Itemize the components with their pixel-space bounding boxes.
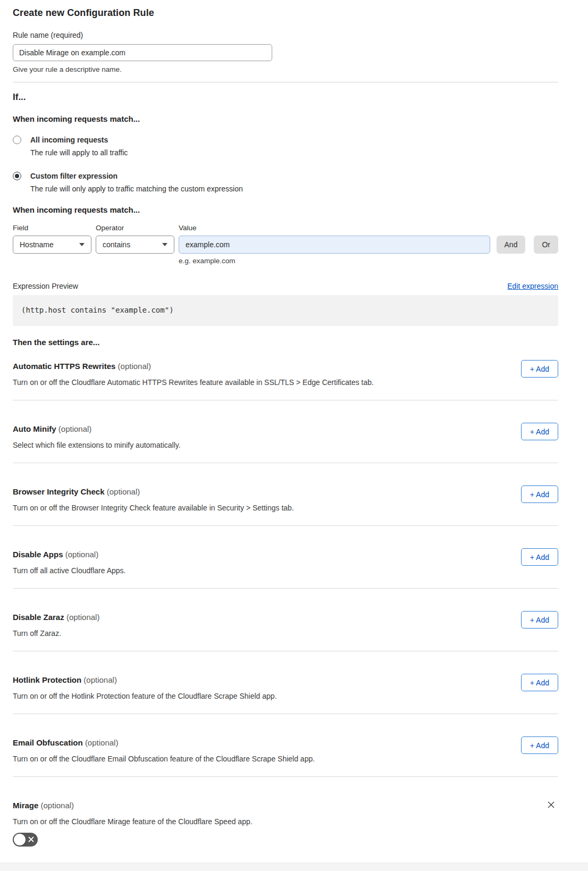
page-title: Create new Configuration Rule xyxy=(13,7,558,19)
add-button[interactable]: + Add xyxy=(521,360,558,378)
setting-description: Turn on or off the Browser Integrity Che… xyxy=(13,504,294,513)
setting-auto-minify: Auto Minify (optional) Select which file… xyxy=(13,400,558,463)
setting-title: Auto Minify xyxy=(13,424,56,433)
value-input[interactable] xyxy=(179,236,490,254)
setting-description: Turn on or off the Cloudflare Mirage fea… xyxy=(13,817,558,826)
setting-title: Email Obfuscation xyxy=(13,738,83,747)
setting-optional-tag: (optional) xyxy=(118,362,152,371)
toggle-knob xyxy=(14,834,26,845)
or-button[interactable]: Or xyxy=(534,236,558,254)
expression-preview-label: Expression Preview xyxy=(13,282,78,290)
builder-heading: When incoming requests match... xyxy=(13,205,558,214)
setting-optional-tag: (optional) xyxy=(66,613,100,622)
value-label: Value xyxy=(179,224,558,232)
setting-optional-tag: (optional) xyxy=(83,675,117,684)
expression-preview-code: (http.host contains "example.com") xyxy=(13,295,558,326)
setting-description: Turn on or off the Cloudflare Email Obfu… xyxy=(13,755,315,764)
setting-title: Mirage xyxy=(13,801,38,810)
setting-hotlink-protection: Hotlink Protection (optional) Turn on or… xyxy=(13,651,558,714)
radio-label: Custom filter expression xyxy=(30,171,243,181)
setting-optional-tag: (optional) xyxy=(107,487,140,496)
radio-unselected-icon[interactable] xyxy=(13,136,21,144)
setting-description: Turn on or off the Cloudflare Automatic … xyxy=(13,378,374,387)
field-label: Field xyxy=(13,224,91,232)
radio-description: The rule will only apply to traffic matc… xyxy=(30,184,243,194)
create-configuration-rule-form: Create new Configuration Rule Rule name … xyxy=(0,0,588,849)
x-mark-icon xyxy=(28,836,34,842)
mirage-toggle-off[interactable] xyxy=(13,833,38,847)
setting-optional-tag: (optional) xyxy=(41,801,74,810)
operator-label: Operator xyxy=(96,224,174,232)
rule-name-label: Rule name (required) xyxy=(13,31,83,39)
if-heading: If... xyxy=(13,92,558,103)
setting-mirage: Mirage (optional) Turn on or off the Clo… xyxy=(13,777,558,849)
setting-email-obfuscation: Email Obfuscation (optional) Turn on or … xyxy=(13,714,558,777)
setting-optional-tag: (optional) xyxy=(65,550,99,559)
add-button[interactable]: + Add xyxy=(521,485,558,503)
setting-title: Disable Apps xyxy=(13,550,63,559)
setting-title: Automatic HTTPS Rewrites xyxy=(13,362,115,371)
add-button[interactable]: + Add xyxy=(521,548,558,566)
add-button[interactable]: + Add xyxy=(521,674,558,691)
setting-title: Browser Integrity Check xyxy=(13,487,105,496)
radio-selected-icon[interactable] xyxy=(13,172,21,180)
edit-expression-link[interactable]: Edit expression xyxy=(507,282,558,290)
setting-optional-tag: (optional) xyxy=(85,738,119,747)
add-button[interactable]: + Add xyxy=(521,423,558,440)
section-divider xyxy=(13,82,558,82)
operator-select[interactable]: contains xyxy=(96,236,174,254)
close-icon[interactable] xyxy=(547,801,555,809)
setting-disable-zaraz: Disable Zaraz (optional) Turn off Zaraz.… xyxy=(13,589,558,651)
setting-description: Turn off all active Cloudflare Apps. xyxy=(13,566,125,575)
add-button[interactable]: + Add xyxy=(521,736,558,754)
add-button[interactable]: + Add xyxy=(521,611,558,629)
setting-description: Turn off Zaraz. xyxy=(13,629,99,638)
setting-disable-apps: Disable Apps (optional) Turn off all act… xyxy=(13,526,558,589)
setting-description: Select which file extensions to minify a… xyxy=(13,441,181,450)
value-hint: e.g. example.com xyxy=(179,257,558,265)
radio-description: The rule will apply to all traffic xyxy=(30,148,128,157)
field-select-value: Hostname xyxy=(20,240,54,249)
radio-option-custom-filter[interactable]: Custom filter expression The rule will o… xyxy=(13,171,558,194)
operator-select-value: contains xyxy=(103,240,130,249)
chevron-down-icon xyxy=(162,243,167,246)
setting-optional-tag: (optional) xyxy=(58,424,92,433)
match-heading: When incoming requests match... xyxy=(13,114,558,123)
rule-name-input[interactable] xyxy=(13,44,272,61)
setting-title: Disable Zaraz xyxy=(13,613,64,622)
setting-automatic-https-rewrites: Automatic HTTPS Rewrites (optional) Turn… xyxy=(13,347,558,400)
setting-title: Hotlink Protection xyxy=(13,675,81,684)
field-select[interactable]: Hostname xyxy=(13,236,91,254)
rule-name-help: Give your rule a descriptive name. xyxy=(13,65,558,73)
and-button[interactable]: And xyxy=(497,236,526,254)
setting-browser-integrity-check: Browser Integrity Check (optional) Turn … xyxy=(13,463,558,526)
setting-description: Turn on or off the Hotlink Protection fe… xyxy=(13,692,277,701)
then-heading: Then the settings are... xyxy=(13,338,558,347)
radio-option-all-requests[interactable]: All incoming requests The rule will appl… xyxy=(13,135,558,157)
radio-label: All incoming requests xyxy=(30,135,128,145)
footer-strip xyxy=(0,862,588,871)
chevron-down-icon xyxy=(79,243,85,246)
